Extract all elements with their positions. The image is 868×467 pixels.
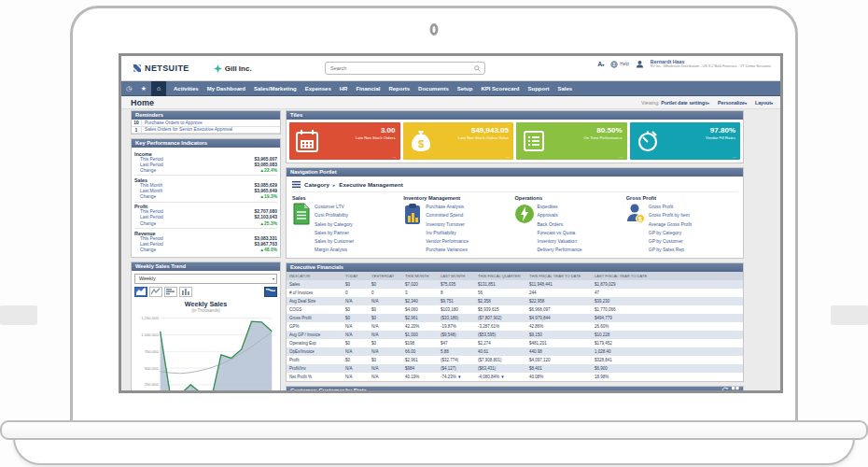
nav-portlet-link[interactable]: Approvals	[538, 211, 582, 219]
nav-portlet-link[interactable]: Inventory Valuation	[538, 237, 582, 246]
refresh-icon[interactable]	[721, 387, 729, 390]
financials-row[interactable]: Avg GP / Invoice N/A N/A $1,000 ($9,548)…	[287, 331, 743, 339]
nav-menu-item[interactable]: Support	[527, 86, 549, 92]
reminder-label[interactable]: Sales Orders for Senior Executive Approv…	[142, 127, 232, 132]
tile-more[interactable]: ...	[392, 153, 396, 159]
financials-row[interactable]: Profit $0 $0 $2,961 ($32,774) ($7,908,80…	[287, 356, 743, 364]
financials-column-header[interactable]: Indicator	[287, 272, 343, 280]
tile-more[interactable]: ...	[619, 153, 623, 159]
nav-portlet-link[interactable]: Sales by Partner	[315, 229, 354, 237]
financials-column-header[interactable]: This Month	[402, 272, 438, 280]
financials-column-header[interactable]: This Fiscal Year to Date	[526, 272, 592, 280]
recent-records-icon[interactable]: ◷	[121, 85, 136, 92]
nav-menu-item[interactable]: Financial	[356, 86, 380, 92]
financials-row[interactable]: # of Invoices 0 0 3 8 56 244 47	[287, 289, 743, 297]
trend-range-select[interactable]: Weekly ▾	[134, 274, 277, 284]
financials-row[interactable]: OpEx/Invoice N/A N/A 66.00 5.88 40.61 44…	[287, 347, 743, 356]
tile-vendor-fill-rates[interactable]: 97.80% Vendor Fill Rates ...	[630, 122, 741, 160]
nav-portlet-link[interactable]: Customer LTV	[315, 203, 354, 211]
nav-portlet-link[interactable]: Inv Profitability	[426, 229, 469, 237]
reminder-label[interactable]: Purchase Orders to Approve	[142, 120, 203, 125]
shortcuts-star-icon[interactable]: ★	[136, 85, 151, 92]
nav-portlet-link[interactable]: GP by Customer	[649, 237, 692, 246]
search-input[interactable]	[326, 65, 474, 71]
reminder-item[interactable]: 1 Sales Orders for Senior Executive Appr…	[132, 127, 280, 134]
nav-portlet-link[interactable]: Committed Spend	[426, 211, 469, 219]
netsuite-logo[interactable]: NETSUITE	[133, 64, 189, 73]
nav-portlet-link[interactable]: Inventory Turnover	[426, 220, 469, 229]
trend-header[interactable]: Weekly Sales Trend	[132, 262, 280, 271]
nav-portlet-link[interactable]: Delivery Performance	[538, 246, 582, 254]
nav-menu-item[interactable]: Sales/Marketing	[254, 86, 297, 92]
financials-header[interactable]: Executive Financials	[287, 263, 743, 272]
font-size-button[interactable]: A▾	[597, 61, 604, 67]
tile-more[interactable]: ...	[506, 153, 510, 159]
kpi-header[interactable]: Key Performance Indicators	[132, 139, 280, 148]
global-search[interactable]	[325, 62, 485, 75]
bar-chart-button[interactable]	[164, 287, 177, 297]
nav-portlet-link[interactable]: Cust Profitability	[315, 211, 354, 219]
layout-menu[interactable]: Layout▾	[755, 100, 773, 106]
nav-portlet-link[interactable]: Gross Profit	[649, 203, 692, 211]
navigation-portlet-header[interactable]: Navigation Portlet	[287, 168, 743, 177]
reminder-item[interactable]: 10 Purchase Orders to Approve	[132, 120, 280, 127]
help-button[interactable]: Help	[610, 61, 628, 68]
nav-portlet-link[interactable]: Vendor Performance	[426, 237, 469, 246]
search-icon[interactable]	[474, 65, 481, 72]
viewing-settings-menu[interactable]: Viewing: Portlet date settings▾	[641, 100, 709, 106]
export-chart-button[interactable]	[264, 287, 277, 297]
tile-late-orders[interactable]: 3.00 Late Non Stock Orders ...	[289, 122, 400, 160]
customer-by-state-portlet[interactable]: Customer: Customer by State	[286, 386, 744, 391]
financials-row[interactable]: Sales $0 $0 $7,020 $75,035 $131,851 $11,…	[287, 280, 743, 289]
nav-menu-item[interactable]: HR	[340, 86, 348, 92]
nav-portlet-link[interactable]: Sales by Category	[315, 220, 354, 229]
user-menu[interactable]: Bernardt Haas SV Inc. Wholesale Distribu…	[651, 59, 771, 69]
tile-on-time-performance[interactable]: 80.50% On Time Performance ...	[516, 122, 627, 160]
nav-menu-item[interactable]: Sales	[557, 86, 572, 92]
area-chart-button[interactable]	[134, 287, 147, 297]
nav-menu-item[interactable]: KPI Scorecard	[481, 86, 519, 92]
nav-portlet-link[interactable]: GP by Sales Rep	[649, 246, 692, 254]
nav-portlet-link[interactable]: Gross Profit by Item	[649, 211, 692, 219]
nav-menu-item[interactable]: Activities	[174, 86, 199, 92]
nav-portlet-link[interactable]: Average Gross Profit	[649, 220, 692, 229]
personalize-menu[interactable]: Personalize▾	[718, 100, 747, 106]
financials-row[interactable]: Gross Profit $0 $0 $2,961 ($33,186) ($7,…	[287, 314, 743, 322]
nav-menu-item[interactable]: Documents	[418, 86, 449, 92]
nav-portlet-link[interactable]: Purchase Variances	[426, 246, 469, 254]
financials-row[interactable]: GP% N/A N/A 42.20% -19.87% -3,287.61% 42…	[287, 322, 743, 331]
nav-portlet-link[interactable]: Margin Analysis	[315, 246, 354, 254]
financials-row[interactable]: Avg Deal Size N/A N/A $2,340 $9,751 $2,3…	[287, 297, 743, 305]
nav-portlet-link[interactable]: Sales by Customer	[315, 237, 354, 246]
financials-column-header[interactable]: Today	[343, 272, 369, 280]
nav-menu-item[interactable]: My Dashboard	[207, 86, 245, 92]
tile-late-orders-value[interactable]: $ $49,943.05 Late Non Stock Orders Value…	[403, 122, 514, 160]
breadcrumb-root[interactable]: Category	[304, 181, 329, 188]
company-switcher[interactable]: Gill Inc.	[214, 64, 252, 73]
financials-row[interactable]: Net Profit % N/A N/A 40.19% -74.23% ▼ -4…	[287, 373, 743, 381]
financials-row[interactable]: Operating Exp $0 $0 $198 $47 $2,274 $481…	[287, 339, 743, 347]
financials-column-header[interactable]: Yesterday	[369, 272, 402, 280]
grid-view-icon[interactable]	[732, 387, 739, 390]
nav-menu-item[interactable]: Reports	[388, 86, 410, 92]
nav-portlet-link[interactable]: GP by Category	[649, 229, 692, 237]
line-chart-button[interactable]	[149, 287, 162, 297]
user-icon[interactable]	[636, 60, 644, 68]
financials-row[interactable]: Profit/Inv N/A N/A $984 ($4,127) ($63,43…	[287, 364, 743, 373]
financials-row[interactable]: COGS $0 $0 $4,060 $103,180 $5,939,615 $6…	[287, 305, 743, 314]
financials-column-header[interactable]: Last Fiscal Year to Date	[592, 272, 743, 280]
financials-column-header[interactable]: Last Month	[438, 272, 475, 280]
nav-portlet-link[interactable]: Forecast vs Quota	[538, 229, 582, 237]
nav-portlet-link[interactable]: Back Orders	[538, 220, 582, 229]
tiles-header[interactable]: Tiles	[287, 111, 743, 120]
financials-column-header[interactable]: This Fiscal Quarter	[475, 272, 526, 280]
nav-menu-item[interactable]: Setup	[457, 86, 473, 92]
nav-portlet-link[interactable]: Purchase Analysis	[426, 203, 469, 211]
nav-menu-item[interactable]: Expenses	[305, 86, 331, 92]
reminders-header[interactable]: Reminders	[132, 111, 280, 120]
tile-more[interactable]: ...	[733, 153, 736, 159]
hamburger-icon[interactable]	[292, 181, 301, 188]
column-chart-button[interactable]	[179, 287, 192, 297]
home-tab-icon[interactable]: ⌂	[151, 81, 166, 96]
nav-portlet-link[interactable]: Expedites	[538, 203, 582, 211]
